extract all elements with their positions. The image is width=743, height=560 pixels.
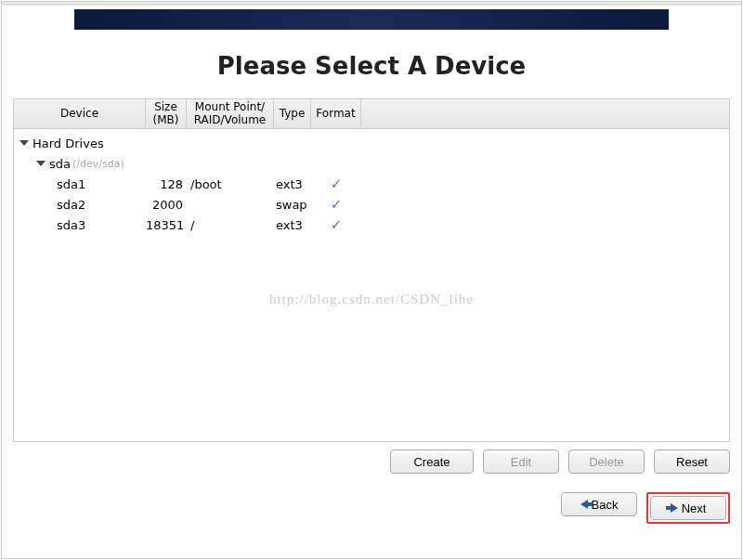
window-topbar <box>2 2 741 6</box>
partition-name: sda2 <box>14 198 146 212</box>
partition-type: ext3 <box>274 218 311 232</box>
check-icon: ✓ <box>331 216 343 233</box>
check-icon: ✓ <box>331 176 343 192</box>
partition-size: 18351 <box>146 218 187 232</box>
delete-button: Delete <box>568 449 645 474</box>
table-row[interactable]: sda3 18351 / ext3 ✓ <box>14 215 729 235</box>
nav-buttons: Back Next <box>2 474 741 524</box>
col-type[interactable]: Type <box>274 99 311 128</box>
table-header: Device Size (MB) Mount Point/ RAID/Volum… <box>14 99 729 129</box>
table-row[interactable]: sda2 2000 swap ✓ <box>14 194 729 215</box>
disk-name: sda <box>49 157 71 171</box>
page-title: Please Select A Device <box>2 52 741 80</box>
partition-name: sda3 <box>14 218 146 232</box>
expand-icon[interactable] <box>36 161 46 166</box>
device-table: Device Size (MB) Mount Point/ RAID/Volum… <box>13 98 730 442</box>
next-button[interactable]: Next <box>650 496 726 520</box>
back-button[interactable]: Back <box>561 492 637 516</box>
col-size[interactable]: Size (MB) <box>146 99 187 128</box>
table-row[interactable]: sda1 128 /boot ext3 ✓ <box>14 174 729 194</box>
check-icon: ✓ <box>331 196 343 213</box>
edit-button: Edit <box>483 449 559 474</box>
disk-path: (/dev/sda) <box>72 158 124 170</box>
table-buttons: Create Edit Delete Reset <box>2 442 741 474</box>
partition-size: 128 <box>146 177 187 191</box>
partition-name: sda1 <box>14 177 146 191</box>
partition-type: ext3 <box>274 177 311 191</box>
partition-mount: / <box>187 218 274 232</box>
back-label: Back <box>592 498 619 512</box>
group-label: Hard Drives <box>33 137 104 150</box>
partition-type: swap <box>274 198 311 212</box>
arrow-left-icon <box>580 500 588 509</box>
expand-icon[interactable] <box>20 140 29 146</box>
next-label: Next <box>682 501 707 515</box>
col-format[interactable]: Format <box>311 99 361 128</box>
col-device[interactable]: Device <box>14 99 146 128</box>
reset-button[interactable]: Reset <box>654 449 730 474</box>
partition-mount: /boot <box>187 177 274 191</box>
tree-group-row[interactable]: Hard Drives <box>14 133 729 153</box>
arrow-right-icon <box>671 503 678 513</box>
create-button[interactable]: Create <box>390 449 474 474</box>
partition-size: 2000 <box>146 198 187 212</box>
next-highlight: Next <box>646 492 730 524</box>
col-mount[interactable]: Mount Point/ RAID/Volume <box>187 99 274 128</box>
tree-disk-row[interactable]: sda (/dev/sda) <box>14 153 729 174</box>
header-banner <box>74 9 669 30</box>
